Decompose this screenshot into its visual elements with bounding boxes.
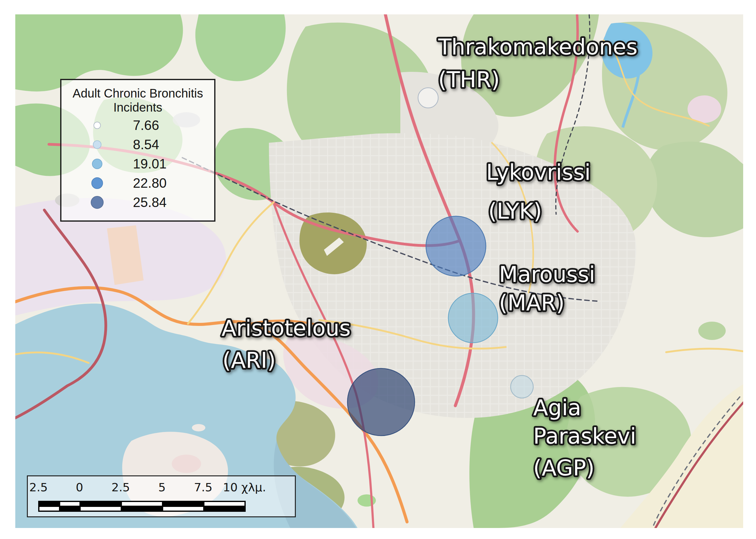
station-bubble-ARI (347, 368, 415, 436)
legend-box: Adult Chronic Bronchitis Incidents 7.668… (60, 79, 215, 222)
legend-item-19.01: 19.01 (61, 154, 214, 173)
legend-value: 25.84 (133, 195, 167, 210)
scalebar-segment (204, 506, 245, 511)
scalebar-segment (121, 501, 163, 506)
scalebar-segment (39, 501, 60, 506)
scalebar-segment (80, 506, 121, 511)
legend-value: 22.80 (133, 176, 167, 191)
station-bubble-LYK (426, 216, 486, 276)
legend-bubble-icon (94, 122, 101, 129)
scalebar-row-bottom (39, 506, 245, 511)
legend-value: 19.01 (133, 156, 167, 172)
station-label-ARI-line2: (ARI) (223, 347, 276, 373)
map-canvas: Thrakomakedones(THR)Lykovrissi(LYK)Marou… (15, 14, 743, 528)
scalebar-segment (121, 506, 163, 511)
station-bubble-THR (418, 88, 438, 108)
station-label-THR-line2: (THR) (438, 67, 500, 92)
legend-bubble-icon (91, 177, 103, 189)
scalebar-box: 2.502.557.510 χλμ. (27, 475, 296, 517)
station-label-ARI-line1: Aristotelous (222, 316, 351, 341)
scalebar-segment (80, 501, 121, 506)
station-label-MAR-line1: Maroussi (499, 262, 595, 287)
legend-value: 7.66 (133, 118, 159, 133)
legend-bubble-icon (93, 140, 102, 149)
scalebar-label-6: 10 χλμ. (223, 481, 266, 494)
scalebar-segment (204, 501, 245, 506)
station-label-LYK-line1: Lykovrissi (486, 160, 591, 185)
station-label-AGP-line2: Paraskevi (533, 424, 636, 449)
station-bubble-MAR (448, 293, 498, 343)
scalebar-label-1: 2.5 (29, 481, 48, 494)
scalebar-bar (38, 501, 246, 512)
station-bubble-AGP (511, 375, 533, 398)
legend-item-22.80: 22.80 (61, 173, 214, 193)
legend-bubble-cell (61, 159, 133, 169)
legend-item-7.66: 7.66 (61, 116, 214, 135)
legend-rows: 7.668.5419.0122.8025.84 (61, 116, 214, 212)
station-label-THR-line1: Thrakomakedones (438, 34, 638, 60)
legend-bubble-cell (61, 177, 133, 189)
scalebar-row-top (39, 501, 245, 506)
legend-value: 8.54 (133, 137, 159, 152)
legend-title: Adult Chronic Bronchitis Incidents (61, 86, 214, 115)
legend-bubble-cell (61, 122, 133, 129)
scalebar-segment (60, 506, 80, 511)
legend-bubble-icon (91, 196, 103, 209)
station-label-MAR-line2: (MAR) (499, 290, 565, 316)
station-label-LYK-line2: (LYK) (488, 198, 542, 224)
scalebar-segment (163, 501, 204, 506)
legend-title-line1: Adult Chronic Bronchitis (61, 86, 214, 100)
station-label-AGP-line3: (AGP) (533, 455, 595, 481)
scalebar-label-4: 5 (158, 481, 166, 494)
legend-item-25.84: 25.84 (61, 193, 214, 212)
legend-title-line2: Incidents (61, 100, 214, 115)
scalebar-segment (39, 506, 60, 511)
scalebar-label-5: 7.5 (194, 481, 212, 494)
legend-bubble-cell (61, 140, 133, 149)
legend-bubble-cell (61, 196, 133, 209)
figure-map-page: Thrakomakedones(THR)Lykovrissi(LYK)Marou… (0, 0, 756, 539)
scalebar-segment (163, 506, 204, 511)
scalebar-segment (60, 501, 80, 506)
legend-bubble-icon (92, 159, 103, 169)
legend-item-8.54: 8.54 (61, 135, 214, 154)
station-label-AGP-line1: Agia (533, 395, 581, 421)
scalebar-label-3: 2.5 (111, 481, 130, 494)
scalebar-label-2: 0 (76, 481, 83, 494)
